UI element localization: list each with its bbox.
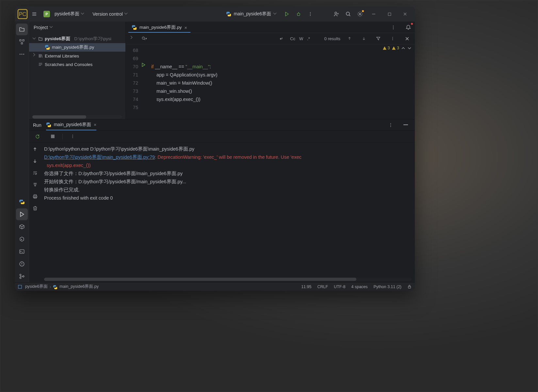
run-button[interactable] [282,9,292,19]
root-label: pyside6界面 [45,36,70,42]
regex-toggle[interactable]: .* [307,36,310,41]
run-more-button[interactable] [385,120,396,130]
chevron-up-icon[interactable] [401,46,405,50]
soft-wrap-button[interactable] [31,169,39,177]
encoding[interactable]: UTF-8 [334,285,345,289]
whole-word-toggle[interactable]: W [299,36,303,41]
nav-icon[interactable] [18,285,22,289]
svg-rect-11 [23,40,24,41]
interpreter[interactable]: Python 3.11 (2) [374,285,401,289]
scroll-to-end-button[interactable] [31,180,39,189]
match-case-toggle[interactable]: Cc [290,36,295,41]
line-separator[interactable]: CRLF [317,285,328,289]
find-close-button[interactable] [402,33,412,44]
tree-scratches[interactable]: Scratches and Consoles [29,60,125,69]
print-button[interactable] [31,192,39,201]
search-everywhere-button[interactable] [343,9,353,19]
find-newline-button[interactable] [276,33,286,44]
main-menu-button[interactable] [29,9,40,19]
gutter: 68 69 70 71 72 73 74 75 [126,44,141,119]
run-gutter-icon[interactable] [141,63,146,68]
tree-file[interactable]: main_pyside6界面.py [29,43,125,52]
svg-point-29 [390,124,391,125]
find-prev-button[interactable] [344,33,355,44]
svg-point-35 [72,138,73,138]
chevron-down-icon [125,12,128,16]
project-tool-button[interactable] [16,24,28,35]
scratches-label: Scratches and Consoles [45,62,92,67]
run-toolbar-more[interactable] [67,131,78,142]
rerun-button[interactable] [32,131,43,142]
project-panel: Project pyside6界面D:\python学习\pysi main_p… [29,22,126,119]
root-path: D:\python学习\pysi [74,36,111,42]
crumb-1: pyside6界面 [25,284,48,289]
console-output[interactable]: D:\python\python.exe D:\python学习\pyside6… [41,142,415,278]
code-area[interactable]: 3 3 68 69 70 71 72 73 74 [126,44,415,119]
services-button[interactable] [16,233,28,245]
readonly-icon[interactable] [407,285,412,289]
project-dropdown[interactable]: pyside6界面 [53,10,87,18]
close-tab-icon[interactable]: × [184,25,187,30]
svg-point-23 [393,28,394,29]
find-more-button[interactable] [387,33,398,44]
up-stack-button[interactable] [31,145,39,154]
svg-text:PC: PC [19,11,26,17]
python-console-button[interactable] [16,196,28,208]
more-actions-button[interactable] [305,9,316,19]
python-icon [45,45,50,50]
code-with-me-button[interactable] [331,9,342,19]
scratches-icon [38,62,43,67]
terminal-button[interactable] [16,246,28,257]
svg-point-24 [142,37,144,39]
find-next-button[interactable] [359,33,369,44]
tree-root[interactable]: pyside6界面D:\python学习\pysi [29,35,125,43]
minimize-button[interactable] [367,9,381,19]
find-search-icon[interactable]: ▾ [139,33,149,44]
code-text[interactable]: if __name__ == "__main__": app = QApplic… [141,44,415,119]
project-panel-header[interactable]: Project [29,22,125,33]
editor-tab[interactable]: main_pyside6界面.py× [128,23,190,33]
svg-point-3 [310,12,311,13]
run-tab[interactable]: main_pyside6界面× [46,120,97,130]
tab-more-button[interactable] [388,22,399,33]
library-icon [38,54,43,58]
indent[interactable]: 4 spaces [351,285,368,289]
clear-button[interactable] [31,204,39,212]
tab-label: main_pyside6界面.py [139,24,182,30]
more-tools-button[interactable] [16,48,28,60]
notifications-button[interactable] [403,22,414,33]
find-expand-button[interactable] [128,33,136,44]
vcs-dropdown[interactable]: Version control [90,10,130,18]
project-scrollbar[interactable] [32,115,122,119]
breadcrumb[interactable]: pyside6界面›main_pyside6界面.py [25,284,99,289]
svg-point-20 [23,276,24,277]
close-run-tab-icon[interactable]: × [94,122,96,127]
stop-button[interactable] [47,131,58,142]
upper-split: Project pyside6界面D:\python学习\pysi main_p… [29,22,415,120]
maximize-button[interactable] [382,9,397,19]
settings-button[interactable] [355,9,365,19]
svg-rect-12 [21,42,23,44]
console-link[interactable]: D:\python学习\pyside6界面\main_pyside6界面.py:… [44,155,155,160]
app-logo[interactable]: PC [17,9,28,19]
run-config-selector[interactable]: main_pyside6界面 [223,10,280,18]
hide-run-button[interactable] [400,120,411,130]
run-panel: Run main_pyside6界面× [29,120,415,282]
close-button[interactable] [398,9,412,19]
problems-button[interactable] [16,258,28,270]
structure-tool-button[interactable] [16,36,28,48]
svg-rect-39 [18,285,22,288]
console-scrollbar[interactable] [44,278,412,281]
vcs-tool-button[interactable] [16,270,28,282]
down-stack-button[interactable] [31,157,39,165]
update-dot-icon [362,10,364,12]
inspections-widget[interactable]: 3 3 [383,46,412,50]
tree-external-libs[interactable]: External Libraries [29,52,125,60]
find-filter-button[interactable] [373,33,383,44]
python-packages-button[interactable] [16,221,28,233]
svg-point-6 [335,12,337,14]
chevron-down-icon[interactable] [407,46,412,50]
caret-position[interactable]: 11:95 [301,285,311,289]
run-tool-button[interactable] [16,208,28,220]
debug-button[interactable] [293,9,304,19]
